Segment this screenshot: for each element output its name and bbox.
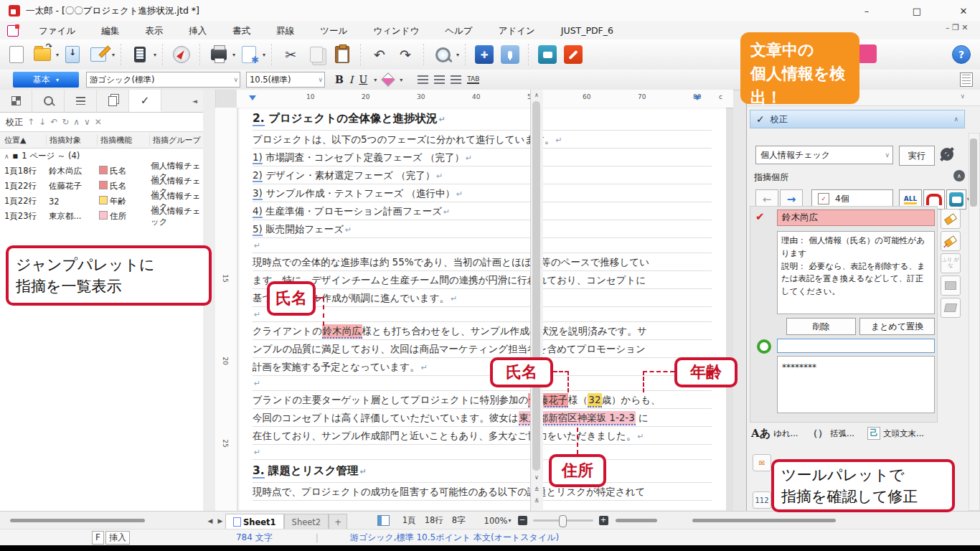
col-group[interactable]: 指摘グループ [149, 135, 203, 146]
print-icon[interactable] [208, 44, 230, 65]
redo-jump-icon[interactable]: ↻ [62, 117, 69, 127]
furigana-icon[interactable]: ふり がな [941, 253, 961, 273]
horizontal-ruler[interactable]: 10 20 30 40 50 60 70 80 c [237, 90, 733, 108]
section-collapse-icon[interactable]: ∧ [953, 170, 965, 182]
collapse-all-icon[interactable]: ∧ [73, 117, 80, 127]
menu-format[interactable]: 書式 [220, 22, 263, 39]
document-vscrollbar[interactable]: ∧ ∨ ≙ ≚ [530, 90, 543, 511]
replacement-candidate-list[interactable]: ******** [777, 356, 935, 413]
proofread-palette-header[interactable]: ✓ 校正 ∧ [750, 110, 965, 128]
highlight-dropdown-caret[interactable]: ▾ [400, 77, 402, 83]
chevron-up-icon[interactable]: ∧ [953, 116, 958, 123]
viewer-dropdown-caret[interactable]: ▾ [154, 52, 156, 58]
jump-hscrollbar[interactable] [10, 519, 145, 522]
open-dropdown-caret[interactable]: ▾ [56, 52, 59, 58]
menu-edit[interactable]: 編集 [88, 22, 132, 39]
date-badge-icon[interactable]: 112 [753, 491, 771, 509]
page-down-icon[interactable]: ≚ [531, 496, 542, 506]
document-hscrollbar[interactable] [616, 519, 657, 522]
addon-puzzle-icon[interactable] [473, 44, 495, 65]
tab-list-icon[interactable] [65, 90, 97, 112]
next-item-icon[interactable]: ↓ [39, 117, 46, 127]
mdi-window-controls[interactable]: – ❐ ✕ [946, 23, 969, 32]
pink-tool-icon[interactable] [858, 44, 877, 63]
undo-jump-icon[interactable]: ↶ [50, 117, 57, 127]
paste-icon[interactable] [331, 44, 353, 65]
scroll-down-icon[interactable]: ∨ [531, 472, 542, 482]
tab-sheet2[interactable]: Sheet2 [284, 514, 329, 529]
print-dropdown-caret[interactable]: ▾ [232, 52, 235, 58]
tab-settings-button[interactable]: TAB [467, 75, 479, 84]
tab-proofread-icon[interactable]: ✓ [129, 90, 161, 112]
maximize-button[interactable]: □ [900, 0, 933, 22]
font-family-select[interactable]: 游ゴシック(標準)∨ [86, 72, 240, 88]
collapse-palette-arrow[interactable]: ◄ [161, 90, 203, 112]
erase-all-findings-icon[interactable]: ✓ [941, 231, 961, 251]
export-icon[interactable] [941, 298, 961, 318]
yure-check-button[interactable]: Aあゆれ... [751, 427, 798, 441]
tab-sheet1[interactable]: Sheet1 [225, 514, 284, 529]
finding-description-box[interactable]: 理由： 個人情報（氏名）の可能性があります 説明： 必要なら、表記を削除する、ま… [777, 231, 935, 314]
page-up-icon[interactable]: ≙ [531, 484, 542, 494]
menu-view[interactable]: 表示 [132, 22, 176, 39]
align-left-icon[interactable] [418, 75, 428, 84]
prev-sheet-icon[interactable]: ◀ [205, 517, 215, 524]
erase-finding-icon[interactable] [941, 209, 961, 229]
menu-tools[interactable]: ツール [307, 22, 360, 39]
open-icon[interactable] [32, 44, 53, 65]
chevron-down-icon[interactable]: ∨ [960, 93, 965, 100]
palette-vscrollbar[interactable] [969, 133, 980, 511]
replacement-candidate[interactable]: ******** [782, 362, 816, 372]
proofread-tool-icon[interactable] [537, 44, 558, 65]
right-margin-marker[interactable] [694, 95, 701, 100]
print-settings-icon[interactable] [238, 44, 260, 65]
tab-pages-icon[interactable] [97, 90, 129, 112]
close-button[interactable]: ✕ [947, 0, 980, 22]
scrollbar-thumb[interactable] [970, 138, 977, 207]
run-button[interactable]: 実行 [899, 146, 935, 166]
vertical-ruler[interactable]: 15 20 25 [215, 108, 237, 511]
mail-check-icon[interactable]: ✉ [753, 454, 771, 471]
redo-icon[interactable]: ↷ [395, 44, 416, 65]
jump-row-4[interactable]: 1頁23行 東京都... 住所 個人情報チェック [0, 209, 203, 224]
sentence-check-button[interactable]: 己文頭文末... [867, 427, 924, 440]
proofread-bubble-button[interactable] [946, 189, 966, 209]
menu-window[interactable]: ウィンドウ [360, 22, 432, 39]
finding-target-field[interactable]: 鈴木尚広 [777, 209, 935, 226]
underline-button[interactable]: U [359, 74, 367, 85]
menu-insert[interactable]: 挿入 [176, 22, 220, 39]
group-collapse-icon[interactable]: ∧ [4, 153, 9, 160]
style-select-button[interactable]: 基本▾ [13, 72, 79, 88]
menu-file[interactable]: ファイル [26, 22, 88, 39]
replacement-input[interactable] [777, 339, 935, 353]
zoom-slider[interactable] [533, 519, 593, 522]
save-icon[interactable] [62, 44, 83, 65]
search-dropdown-caret[interactable]: ▾ [456, 52, 459, 58]
navigation-compass-icon[interactable] [171, 44, 192, 65]
minimize-button[interactable]: – [850, 0, 883, 22]
tab-search-icon[interactable] [32, 90, 65, 112]
viewer-icon[interactable] [129, 44, 151, 65]
highlight-name-suzuki[interactable]: 鈴木尚広 [322, 324, 362, 339]
zoom-value[interactable]: 100% [484, 516, 508, 526]
italic-button[interactable]: I [349, 74, 354, 85]
menu-ruled-line[interactable]: 罫線 [263, 22, 307, 39]
undo-icon[interactable]: ↶ [369, 44, 390, 65]
left-margin-marker[interactable] [249, 95, 256, 100]
font-size-select[interactable]: 10.5(標準)∨ [246, 72, 325, 88]
expand-all-icon[interactable]: ∨ [84, 117, 90, 127]
cut-icon[interactable]: ✂ [280, 44, 301, 65]
check-type-select[interactable]: 個人情報チェック∨ [755, 146, 893, 164]
zoom-out-button[interactable]: − [518, 516, 527, 525]
search-icon[interactable] [432, 44, 453, 65]
replace-all-button[interactable]: まとめて置換 [859, 318, 935, 335]
help-button[interactable]: ? [952, 45, 971, 64]
highlight-pen-icon[interactable] [381, 72, 395, 87]
bold-button[interactable]: B [335, 74, 344, 85]
tab-outline-icon[interactable] [0, 90, 32, 112]
menu-help[interactable]: ヘルプ [432, 22, 485, 39]
menu-addin[interactable]: アドイン [486, 22, 548, 39]
highlight-age[interactable]: 32 [588, 393, 601, 408]
palette-hscrollbar[interactable] [692, 519, 836, 522]
underline-dropdown-caret[interactable]: ▾ [374, 77, 377, 83]
